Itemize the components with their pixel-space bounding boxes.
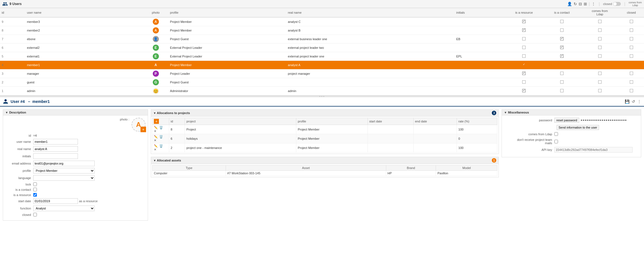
allocations-title[interactable]: ▼ Allocations to projects 3	[151, 110, 498, 117]
table-row[interactable]: 8 member2 A Project Member analyst B ✓	[0, 26, 644, 35]
cell-isresource: ✓	[505, 69, 543, 78]
apikey-input[interactable]	[554, 147, 633, 153]
unlink-icon[interactable]: ✕	[154, 129, 156, 133]
cell-profile: Project Member	[168, 26, 286, 35]
username-input[interactable]	[33, 139, 78, 144]
filter-icon[interactable]: ⊟	[579, 2, 582, 6]
description-section-title[interactable]: ▼ Description	[3, 110, 148, 115]
photo-add-button[interactable]: +	[140, 127, 146, 132]
cell-username: manager	[25, 69, 143, 78]
col-id[interactable]: id	[0, 8, 25, 17]
cell-fromldap	[581, 52, 619, 61]
no-mail-checkbox[interactable]	[554, 140, 558, 143]
edit-icon[interactable]: ✏️	[154, 135, 158, 138]
email-input[interactable]	[33, 161, 95, 166]
startdate-row: start date as a resource	[5, 198, 146, 204]
table-row[interactable]: 7 ebone 👤 Project Guest external busines…	[0, 35, 644, 44]
cell-username: external1	[25, 52, 143, 61]
col-initials[interactable]: initials	[455, 8, 505, 17]
col-photo[interactable]: photo	[143, 8, 168, 17]
detail-more-icon[interactable]: ⋮	[637, 99, 641, 104]
iscontact-checkbox[interactable]	[33, 188, 37, 191]
alloc-cell-project: Project	[185, 125, 296, 134]
isresource-label: is a resource	[5, 193, 33, 197]
allocations-label: Allocations to projects	[157, 111, 190, 115]
allocations-section: ▼ Allocations to projects 3 + id project	[151, 109, 499, 154]
alloc-cell-actions: ✏️ 🗑️ ✕	[152, 125, 169, 134]
table-row[interactable]: 3 manager P Project Leader project manag…	[0, 69, 644, 78]
closed-checkbox[interactable]	[33, 213, 37, 216]
misc-label: Miscellaneous	[508, 111, 529, 114]
col-profile[interactable]: profile	[168, 8, 286, 17]
realname-label: real name	[5, 147, 33, 151]
realname-input[interactable]	[33, 146, 78, 152]
col-realname[interactable]: real name	[286, 8, 455, 17]
person-icon[interactable]: 👤	[567, 2, 572, 6]
col-iscontact[interactable]: is a contact	[543, 8, 581, 17]
detail-toolbar: 💾 ↺ ⋮	[625, 99, 641, 104]
detail-body: ▼ Description photo : A + id	[0, 107, 644, 226]
misc-title[interactable]: ▼ Miscellaneous	[502, 110, 641, 115]
table-row[interactable]: 9 member3 A Project Member analyst C ✓	[0, 17, 644, 26]
refresh-icon[interactable]: ↻	[574, 2, 577, 6]
detail-refresh-icon[interactable]: ↺	[632, 99, 635, 104]
col-fromldap[interactable]: comes fromLdap	[581, 8, 619, 17]
table-row[interactable]: 1 admin 😊 Administrator admin ✓	[0, 87, 644, 95]
comes-from-ldap-checkbox[interactable]	[554, 132, 558, 136]
function-select[interactable]: Analyst	[33, 206, 95, 211]
alloc-col-id: id	[169, 118, 185, 125]
reset-password-button[interactable]: reset password	[554, 118, 579, 123]
alloc-add-button[interactable]: +	[154, 119, 159, 124]
detail-save-icon[interactable]: 💾	[625, 99, 629, 104]
profile-select[interactable]: Project Member	[33, 168, 95, 173]
asset-cell-brand: HP	[386, 171, 436, 176]
cell-isresource: ✓	[505, 87, 543, 95]
delete-icon[interactable]: 🗑️	[159, 144, 163, 148]
lock-checkbox[interactable]	[33, 182, 37, 186]
col-username[interactable]: user name	[25, 8, 143, 17]
allocations-count: 3	[492, 111, 496, 115]
columns-icon[interactable]: ⊞	[584, 2, 587, 6]
table-row[interactable]: 5 external1 E External Project Leader ex…	[0, 52, 644, 61]
separator: |	[589, 2, 590, 6]
cell-isresource	[505, 35, 543, 44]
more-icon[interactable]: ⋮	[591, 2, 595, 6]
unlink-icon[interactable]: ✕	[154, 139, 156, 142]
delete-icon[interactable]: 🗑️	[159, 135, 163, 138]
table-row[interactable]: 2 guest G Project Guest	[0, 78, 644, 87]
closed-toggle[interactable]	[613, 2, 621, 6]
startdate-input[interactable]	[33, 198, 78, 204]
cell-realname: external project leader two	[286, 44, 455, 52]
assets-title-left: ▼ Allocated assets	[153, 159, 181, 162]
cell-iscontact: ✓	[543, 35, 581, 44]
assets-arrow: ▼	[153, 159, 156, 162]
edit-icon[interactable]: ✏️	[154, 126, 158, 129]
edit-icon[interactable]: ✏️	[154, 144, 158, 148]
cell-closed	[619, 26, 644, 35]
assets-label: Allocated assets	[157, 159, 181, 162]
alloc-col-enddate: end date	[414, 118, 457, 125]
cell-id: 4	[0, 61, 25, 69]
cell-iscontact	[543, 17, 581, 26]
delete-icon[interactable]: 🗑️	[159, 126, 163, 129]
table-row[interactable]: 4 member1 A Project Member analyst A ✓	[0, 61, 644, 69]
table-row[interactable]: 6 external2 E External Project Leader ex…	[0, 44, 644, 52]
cell-isresource: ✓	[505, 17, 543, 26]
asset-cell-asset: #7 WorkStation 003-145	[226, 171, 386, 176]
language-select[interactable]	[33, 175, 95, 181]
col-closed[interactable]: closed	[619, 8, 644, 17]
assets-content: Type Asset Brand Model Computer #7 WorkS…	[151, 164, 498, 177]
comes-from-ldap-label: comes from	[629, 1, 642, 4]
send-info-button[interactable]: Send information to the user	[557, 125, 599, 130]
alloc-cell-rate: 0	[457, 134, 497, 143]
cell-isresource: ✓	[505, 26, 543, 35]
assets-title[interactable]: ▼ Allocated assets 1	[151, 157, 498, 164]
initials-input[interactable]	[33, 153, 78, 159]
cell-initials	[455, 69, 505, 78]
unlink-icon[interactable]: ✕	[154, 148, 156, 151]
col-isresource[interactable]: is a resource	[505, 8, 543, 17]
isresource-checkbox[interactable]	[33, 193, 37, 197]
profile-select-wrapper: Project Member	[33, 168, 95, 173]
alloc-cell-startdate	[368, 125, 413, 134]
cell-realname: analyst B	[286, 26, 455, 35]
